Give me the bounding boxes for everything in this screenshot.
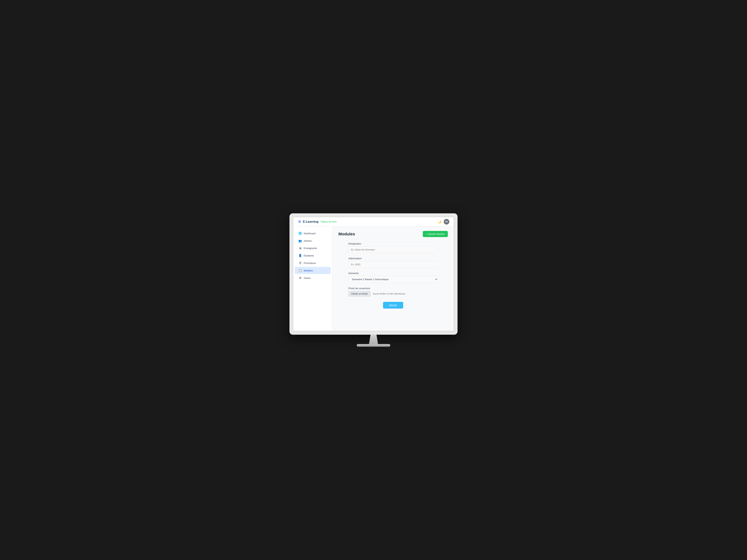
modules-icon: 📋	[299, 269, 302, 272]
abbreviation-input[interactable]	[348, 261, 438, 268]
avatar: PR	[444, 219, 449, 224]
admins-icon: 👥	[299, 239, 302, 242]
abbreviation-label: Abbréviation	[348, 257, 438, 260]
sidebar-item-dashboard[interactable]: 🌐 Dashboard	[295, 230, 331, 237]
etudiants-icon: 👤	[299, 254, 302, 257]
module-form: Désignation Abbréviation Semestre	[348, 242, 438, 309]
content-header: Modules + Ajouter Module	[338, 231, 448, 237]
sidebar-item-label-dashboard: Dashboard	[304, 232, 316, 235]
app-title: E-Learning	[303, 220, 318, 223]
sidebar-item-enseignants[interactable]: 🖥 Enseignants	[295, 245, 331, 251]
main-content: Modules + Ajouter Module Désignation Abb…	[332, 226, 454, 331]
designation-group: Désignation	[348, 242, 438, 253]
app-subtitle: Tableau de bord	[320, 220, 337, 223]
sidebar-item-admins[interactable]: 👥 Admins	[295, 237, 331, 244]
monitor-stand-neck	[366, 335, 381, 344]
sidebar-item-label-etudiants: Etudiants	[304, 254, 314, 257]
abbreviation-group: Abbréviation	[348, 257, 438, 268]
app-body: 🌐 Dashboard 👥 Admins 🖥 Enseignants 👤 Etu…	[293, 226, 454, 331]
photo-label: Photo de couverture	[348, 287, 438, 290]
semestre-select[interactable]: Semestre 1 Master 1 Informatique Semestr…	[348, 276, 438, 283]
semestre-label: Semestre	[348, 272, 438, 274]
promotions-icon: ☰	[299, 261, 302, 265]
logo-icon: 🖥	[298, 220, 301, 223]
sidebar-item-label-autres: Autres	[304, 277, 311, 279]
app-header: 🖥 E-Learning Tableau de bord 🌙 PR	[293, 217, 454, 226]
sidebar-item-promotions[interactable]: ☰ Promotions	[295, 260, 331, 267]
file-no-selected-text: Aucun fichier n'a été sélectionné	[373, 293, 405, 295]
enseignants-icon: 🖥	[299, 247, 302, 250]
photo-group: Photo de couverture Choisir un fichier A…	[348, 287, 438, 297]
sidebar-item-autres[interactable]: ⚙ Autres	[295, 274, 331, 282]
sidebar-item-etudiants[interactable]: 👤 Etudiants	[295, 252, 331, 259]
sidebar-item-modules[interactable]: 📋 Modules	[295, 267, 331, 274]
sidebar-item-label-admins: Admins	[304, 239, 312, 242]
page-title: Modules	[338, 232, 355, 237]
sidebar-item-label-modules: Modules	[304, 269, 313, 272]
add-module-button[interactable]: + Ajouter Module	[423, 231, 448, 237]
header-left: 🖥 E-Learning Tableau de bord	[298, 220, 337, 223]
dark-mode-icon[interactable]: 🌙	[438, 220, 441, 223]
file-upload-row: Choisir un fichier Aucun fichier n'a été…	[348, 291, 438, 297]
autres-icon: ⚙	[299, 276, 302, 279]
semestre-group: Semestre Semestre 1 Master 1 Informatiqu…	[348, 272, 438, 283]
sidebar-item-label-promotions: Promotions	[304, 262, 316, 265]
monitor-stand-base	[357, 344, 390, 347]
submit-button[interactable]: Ajouter	[383, 302, 403, 309]
sidebar: 🌐 Dashboard 👥 Admins 🖥 Enseignants 👤 Etu…	[293, 226, 332, 331]
header-right: 🌙 PR	[438, 219, 449, 224]
designation-input[interactable]	[348, 246, 438, 253]
sidebar-item-label-enseignants: Enseignants	[304, 247, 317, 249]
designation-label: Désignation	[348, 242, 438, 245]
file-choose-button[interactable]: Choisir un fichier	[348, 291, 370, 297]
dashboard-icon: 🌐	[299, 232, 302, 235]
